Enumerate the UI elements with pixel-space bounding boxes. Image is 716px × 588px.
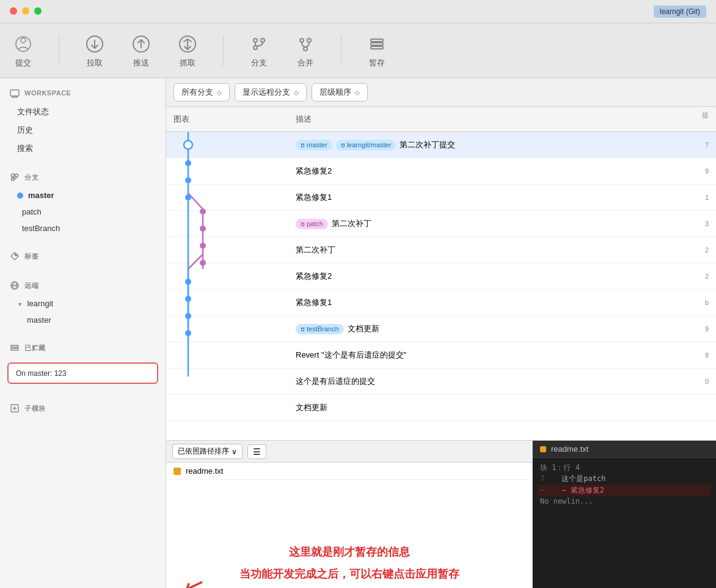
file-item-readme[interactable]: readme.txt [166, 463, 532, 480]
fetch-icon [177, 33, 199, 55]
stash-item-text: On master: 123 [16, 369, 67, 378]
stashed-header: 已贮藏 [0, 338, 166, 358]
sort-button[interactable]: 已依照路径排序 ∨ [172, 444, 243, 459]
graph-row-9[interactable]: 这个是有后遗症的提交 0 [166, 369, 716, 395]
file-status-dot [174, 468, 181, 475]
submodule-header: 子模块 [0, 399, 166, 418]
toolbar-merge[interactable]: 合并 [294, 33, 316, 68]
pull-icon [84, 33, 106, 55]
content-area: 所有分支 ◇ 显示远程分支 ◇ 层级顺序 ◇ 图表 描述 提 [166, 78, 716, 588]
graph-col-header: 图表 [174, 111, 296, 128]
svg-rect-12 [371, 43, 383, 45]
stash-icon [366, 33, 388, 55]
graph-scroll[interactable]: ʊ master ʊ learngit/master 第二次补丁提交 7 [166, 132, 716, 440]
bottom-area: 已依照路径排序 ∨ ☰ readme.txt [166, 440, 716, 588]
submodule-label: 子模块 [24, 404, 46, 413]
toolbar-push[interactable]: 推送 [130, 33, 152, 68]
stash-label: 暂存 [369, 57, 385, 68]
stashed-icon [10, 343, 20, 353]
window-controls [0, 0, 51, 22]
bottom-toolbar: 已依照路径排序 ∨ ☰ [166, 441, 532, 463]
branches-label: 分支 [24, 173, 38, 182]
graph-row-6[interactable]: 紧急修复1 b [166, 290, 716, 316]
svg-rect-21 [11, 345, 18, 347]
date-col-header: 提 [660, 111, 709, 128]
svg-point-16 [15, 174, 18, 177]
row-0-desc: ʊ master ʊ learngit/master 第二次补丁提交 [296, 139, 660, 150]
toolbar-stash[interactable]: 暂存 [366, 33, 388, 68]
show-remote-filter[interactable]: 显示远程分支 ◇ [235, 83, 307, 101]
menu-button[interactable]: ☰ [247, 444, 266, 459]
sidebar-item-patch[interactable]: patch [0, 204, 166, 220]
toolbar-branch[interactable]: 分支 [248, 33, 270, 68]
annotation-container: 这里就是刚才暂存的信息 当功能开发完成之后，可以右键点击应用暂存 就可以把之前的… [239, 541, 459, 588]
sidebar-item-history[interactable]: 历史 [0, 121, 166, 139]
separator-2 [223, 35, 224, 66]
branch-tag-test: ʊ testBranch [296, 324, 344, 334]
submodule-section: 子模块 [0, 394, 166, 423]
remotes-label: 远端 [24, 281, 38, 290]
stashed-section: 已贮藏 On master: 123 [0, 333, 166, 394]
branch-tag-learngit-master: ʊ learngit/master [336, 140, 396, 150]
graph-row-4[interactable]: 第二次补丁 2 [166, 237, 716, 263]
sidebar-item-testbranch[interactable]: testBranch [0, 220, 166, 237]
sidebar-item-search[interactable]: 搜索 [0, 139, 166, 158]
diff-content[interactable]: 块 1：行 4 7 这个是patch − − 紧急修复2 No newlin..… [533, 458, 716, 588]
graph-row-2[interactable]: 紧急修复1 1 [166, 185, 716, 211]
stashed-label: 已贮藏 [24, 344, 46, 353]
push-label: 推送 [133, 57, 149, 68]
triangle-icon [17, 299, 23, 308]
graph-row-3[interactable]: ʊ patch 第二次补丁 3 [166, 211, 716, 237]
master-tag-icon: ʊ [301, 141, 305, 149]
filter-bar: 所有分支 ◇ 显示远程分支 ◇ 层级顺序 ◇ [166, 78, 716, 107]
diff-status-dot [540, 446, 546, 452]
close-button[interactable] [10, 7, 17, 15]
annotation-text: 这里就是刚才暂存的信息 当功能开发完成之后，可以右键点击应用暂存 就可以把之前的… [239, 541, 459, 588]
annotation-arrow: ↙ [180, 568, 210, 588]
graph-row-10[interactable]: 文档更新 [166, 395, 716, 421]
toolbar-fetch[interactable]: 抓取 [177, 33, 199, 68]
graph-row-8[interactable]: Revert "这个是有后遗症的提交" 8 [166, 342, 716, 369]
graph-row-0[interactable]: ʊ master ʊ learngit/master 第二次补丁提交 7 [166, 132, 716, 158]
workspace-section: WORKSPACE 文件状态 历史 搜索 [0, 78, 166, 163]
workspace-label: WORKSPACE [24, 89, 71, 97]
sidebar-item-master[interactable]: master [0, 187, 166, 204]
separator-3 [341, 35, 342, 66]
branch-tag-master: ʊ master [296, 140, 332, 150]
commit-icon [12, 33, 34, 55]
branch-label: 分支 [251, 57, 267, 68]
tags-icon [10, 251, 20, 261]
workspace-icon [10, 88, 20, 98]
patch-tag-icon: ʊ [301, 220, 305, 228]
toolbar-commit[interactable]: 提交 [12, 33, 34, 68]
svg-point-18 [15, 254, 17, 256]
commit-label: 提交 [15, 57, 31, 68]
maximize-button[interactable] [34, 7, 42, 15]
push-icon [130, 33, 152, 55]
graph-row-5[interactable]: 紧急修复2 2 [166, 263, 716, 290]
pull-label: 拉取 [87, 57, 103, 68]
learngit-tag-icon: ʊ [341, 141, 345, 149]
merge-label: 合并 [298, 57, 313, 68]
minimize-button[interactable] [22, 7, 29, 15]
sidebar-item-file-status[interactable]: 文件状态 [0, 103, 166, 121]
tags-label: 标签 [24, 252, 38, 261]
title-right: learngit (Git) [654, 6, 706, 18]
sidebar-item-remote-master[interactable]: master [0, 312, 166, 328]
toolbar-pull[interactable]: 拉取 [84, 33, 106, 68]
graph-header: 图表 描述 提 [166, 107, 716, 132]
graph-area: 图表 描述 提 [166, 107, 716, 588]
test-tag-icon: ʊ [301, 325, 305, 333]
svg-rect-11 [371, 39, 383, 42]
chevron-down-icon-2: ◇ [294, 89, 299, 96]
bottom-left: 已依照路径排序 ∨ ☰ readme.txt [166, 441, 533, 588]
branches-icon [10, 172, 20, 182]
all-branches-filter[interactable]: 所有分支 ◇ [174, 83, 230, 101]
graph-row-7[interactable]: ʊ testBranch 文档更新 9 [166, 316, 716, 342]
sidebar-item-learngit[interactable]: learngit [0, 295, 166, 312]
stash-box[interactable]: On master: 123 [7, 362, 158, 384]
hierarchy-filter[interactable]: 层级顺序 ◇ [312, 83, 368, 101]
graph-row-1[interactable]: 紧急修复2 9 [166, 158, 716, 185]
remotes-icon [10, 281, 20, 290]
chevron-down-icon-3: ◇ [355, 89, 360, 96]
